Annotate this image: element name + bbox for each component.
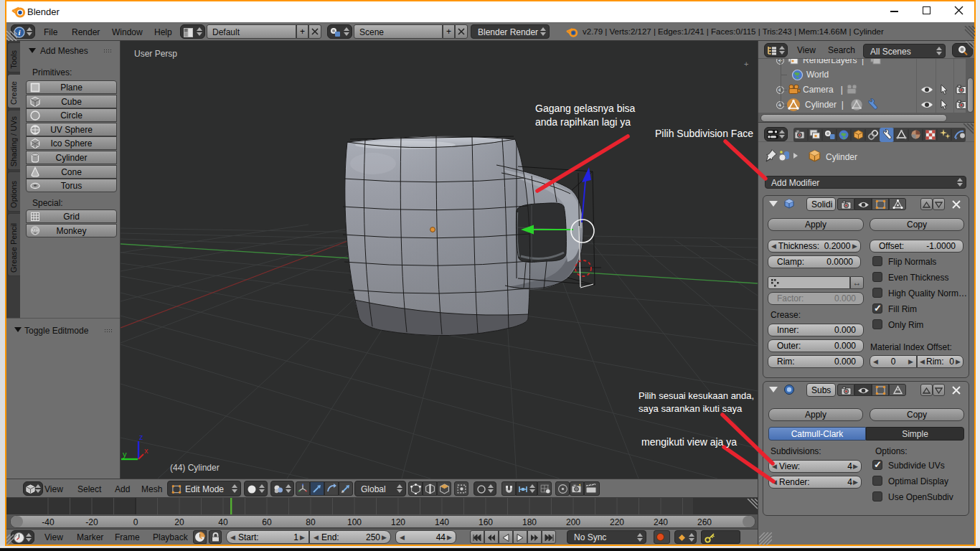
svg-text:x: x <box>144 446 149 455</box>
svg-text:z: z <box>139 433 143 441</box>
svg-text:(44) Cylinder: (44) Cylinder <box>170 463 220 473</box>
svg-text:+: + <box>744 60 748 68</box>
svg-text:User Persp: User Persp <box>134 49 177 59</box>
svg-text:y: y <box>123 450 127 458</box>
